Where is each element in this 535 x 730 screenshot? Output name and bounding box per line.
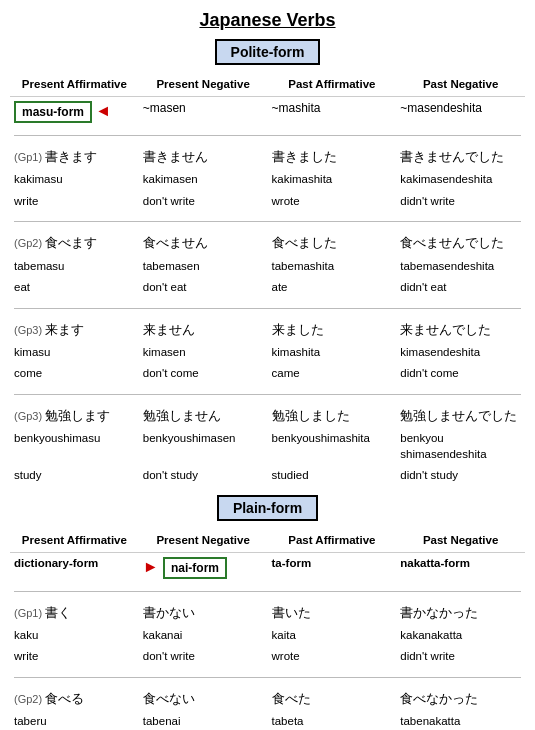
col-header-present-neg-plain: Present Negative [139,531,268,553]
polite-gp1-romaji-row: kakimasu kakimasen kakimashita kakimasen… [10,169,525,191]
nakatta-form-label: nakatta-form [400,557,470,569]
polite-form-labels-row: masu-form ◄ ~masen ~mashita ~masendeshit… [10,97,525,127]
col-header-past-neg-plain: Past Negative [396,531,525,553]
masu-form-label: masu-form [14,101,92,123]
col-header-present-aff-plain: Present Affirmative [10,531,139,553]
page-title: Japanese Verbs [10,10,525,31]
gp1-label-polite: (Gp1) [14,151,42,163]
col-header-past-aff-polite: Past Affirmative [268,75,397,97]
col-header-present-neg-polite: Present Negative [139,75,268,97]
arrow-icon: ◄ [95,102,111,119]
polite-form-table: Present Affirmative Present Negative Pas… [10,75,525,487]
polite-gp1-jp-1: 書きません [143,149,208,164]
polite-gp1-eng-row: write don't write wrote didn't write [10,191,525,213]
polite-gp1-jp-3: 書きませんでした [400,149,504,164]
col-header-past-aff-plain: Past Affirmative [268,531,397,553]
polite-gp1-jp-0: 書きます [45,149,97,164]
col-header-past-neg-polite: Past Negative [396,75,525,97]
polite-gp1-row: (Gp1) 書きます 書きません 書きました 書きませんでした [10,145,525,169]
ta-form-label: ta-form [272,557,312,569]
plain-form-labels-row: dictionary-form ► nai-form ta-form nakat… [10,552,525,582]
section-header-plain: Plain-form [217,495,318,521]
plain-form-table: Present Affirmative Present Negative Pas… [10,531,525,730]
polite-gp1-jp-2: 書きました [272,149,337,164]
section-header-polite: Polite-form [215,39,321,65]
polite-gp2-row: (Gp2) 食べます 食べません 食べました 食べませんでした [10,231,525,255]
nai-form-label: nai-form [163,557,227,579]
arrow-icon-plain: ► [143,558,163,575]
masendeshita-label: ~masendeshita [400,101,482,115]
dictionary-form-label: dictionary-form [14,557,98,569]
polite-gp2-jp-0: 食べます [45,235,97,250]
mashita-label: ~mashita [272,101,321,115]
masen-label: ~masen [143,101,186,115]
gp2-label-polite: (Gp2) [14,237,42,249]
col-header-present-aff-polite: Present Affirmative [10,75,139,97]
